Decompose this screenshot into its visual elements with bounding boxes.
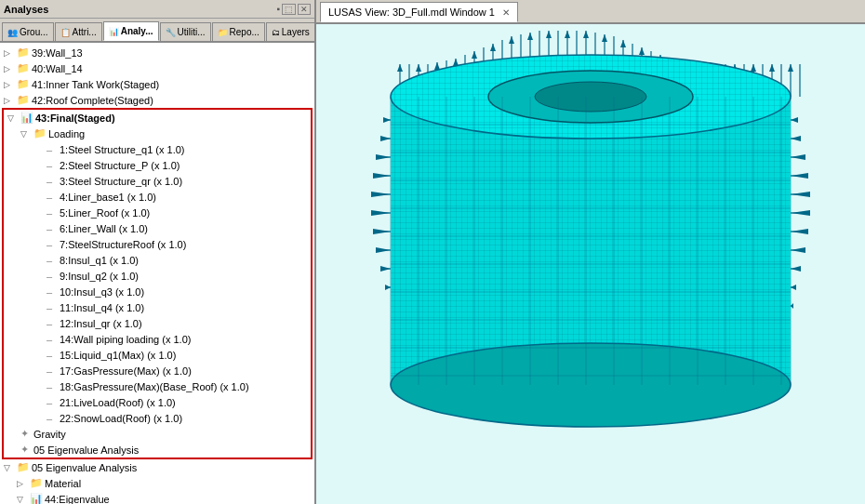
- tree-item-eigenvalue44[interactable]: ▽ 📊 44:Eigenvalue: [0, 491, 314, 504]
- tree-item[interactable]: ▷ 📁 39:Wall_13: [0, 45, 314, 60]
- tab-attri-label: Attri...: [73, 27, 97, 37]
- dash-icon: –: [47, 192, 60, 203]
- dash-icon: –: [47, 286, 60, 298]
- expand-icon: ▷: [4, 80, 17, 89]
- tab-utiliti[interactable]: 🔧 Utiliti...: [160, 22, 211, 41]
- panel-titlebar: Analyses ▪ ⬚ ✕: [0, 0, 314, 19]
- tree-item-final-staged[interactable]: ▽ 📊 43:Final(Staged): [4, 110, 311, 126]
- item-label: 42:Roof Complete(Staged): [32, 95, 153, 106]
- load-item-12[interactable]: – 12:Insul_qr (x 1.0): [4, 315, 311, 331]
- item-label: 7:SteelStructureRoof (x 1.0): [60, 239, 186, 250]
- tab-repo-label: Repo...: [230, 27, 260, 37]
- analyses-icon: 📊: [109, 27, 119, 36]
- panel-pin-icon[interactable]: ▪: [276, 4, 280, 14]
- load-item-5[interactable]: – 5:Liner_Roof (x 1.0): [4, 205, 311, 220]
- dash-icon: –: [47, 397, 60, 408]
- item-label: Loading: [48, 128, 85, 139]
- tree-item-loading[interactable]: ▽ 📁 Loading: [4, 126, 311, 141]
- dash-icon: –: [47, 413, 60, 424]
- tree-view[interactable]: ▷ 📁 39:Wall_13 ▷ 📁 40:Wall_14 ▷ 📁 41:Inn…: [0, 43, 314, 504]
- load-item-22[interactable]: – 22:SnowLoad(Roof) (x 1.0): [4, 410, 311, 426]
- item-label: 6:Liner_Wall (x 1.0): [60, 223, 148, 234]
- tree-item-gravity[interactable]: ✦ Gravity: [4, 426, 311, 442]
- expand-icon: ▽: [7, 113, 20, 123]
- load-item-7[interactable]: – 7:SteelStructureRoof (x 1.0): [4, 236, 311, 252]
- load-item-4[interactable]: – 4:Liner_base1 (x 1.0): [4, 189, 311, 205]
- item-label: 14:Wall piping loading (x 1.0): [60, 334, 191, 345]
- selected-analysis-section: ▽ 📊 43:Final(Staged) ▽ 📁 Loading – 1:Ste…: [2, 108, 313, 459]
- tree-item-material[interactable]: ▷ 📁 Material: [0, 475, 314, 491]
- dash-icon: –: [47, 334, 60, 345]
- item-label: 12:Insul_qr (x 1.0): [60, 318, 142, 329]
- tab-bar: 👥 Grou... 📋 Attri... 📊 Analy... 🔧 Utilit…: [0, 19, 314, 43]
- group-icon: 👥: [7, 28, 18, 37]
- load-item-21[interactable]: – 21:LiveLoad(Roof) (x 1.0): [4, 394, 311, 410]
- dash-icon: –: [47, 350, 60, 361]
- dash-icon: –: [47, 302, 60, 313]
- item-label: Gravity: [33, 429, 66, 440]
- tab-layers-label: Layers: [282, 27, 310, 37]
- eigenvalue-folder-icon: 📊: [30, 493, 43, 504]
- item-label: 9:Insul_q2 (x 1.0): [60, 271, 139, 282]
- dash-icon: –: [47, 255, 60, 266]
- dash-icon: –: [47, 207, 60, 219]
- tab-analyses[interactable]: 📊 Analy...: [103, 21, 159, 41]
- loading-folder-icon: 📁: [33, 127, 47, 139]
- tab-attri[interactable]: 📋 Attri...: [55, 22, 102, 41]
- view-tab-bar: LUSAS View: 3D_Full.mdl Window 1 ✕: [316, 0, 865, 24]
- item-label: 10:Insul_q3 (x 1.0): [60, 286, 144, 298]
- item-label: 44:Eigenvalue: [45, 494, 110, 505]
- dot-icon: ✦: [20, 444, 33, 456]
- item-label: 41:Inner Tank Work(Staged): [32, 79, 159, 90]
- load-item-17[interactable]: – 17:GasPressure(Max) (x 1.0): [4, 363, 311, 378]
- load-item-11[interactable]: – 11:Insul_q4 (x 1.0): [4, 299, 311, 315]
- item-label: 39:Wall_13: [32, 47, 83, 59]
- panel-float-icon[interactable]: ⬚: [282, 4, 296, 15]
- load-item-6[interactable]: – 6:Liner_Wall (x 1.0): [4, 220, 311, 236]
- panel-close-icon[interactable]: ✕: [298, 4, 311, 15]
- item-label: 4:Liner_base1 (x 1.0): [60, 192, 156, 203]
- tab-layers[interactable]: 🗂 Layers: [266, 22, 314, 41]
- load-item-8[interactable]: – 8:Insul_q1 (x 1.0): [4, 252, 311, 268]
- load-item-14[interactable]: – 14:Wall piping loading (x 1.0): [4, 331, 311, 347]
- svg-rect-10: [391, 97, 791, 385]
- item-label: 21:LiveLoad(Roof) (x 1.0): [60, 397, 176, 408]
- dash-icon: –: [47, 271, 60, 282]
- 3d-model-svg: [316, 24, 865, 504]
- item-label: 3:Steel Structure_qr (x 1.0): [60, 176, 182, 187]
- tab-group[interactable]: 👥 Grou...: [2, 22, 54, 41]
- tab-repo[interactable]: 📁 Repo...: [212, 22, 265, 41]
- folder-icon: 📁: [30, 477, 43, 489]
- view-tab-close-icon[interactable]: ✕: [502, 7, 510, 18]
- item-label: 18:GasPressure(Max)(Base_Roof) (x 1.0): [60, 381, 249, 392]
- dash-icon: –: [47, 239, 60, 250]
- svg-point-123: [391, 343, 791, 427]
- item-label: 1:Steel Structure_q1 (x 1.0): [60, 144, 185, 155]
- load-item-15[interactable]: – 15:Liquid_q1(Max) (x 1.0): [4, 347, 311, 363]
- load-item-3[interactable]: – 3:Steel Structure_qr (x 1.0): [4, 173, 311, 189]
- tree-item-eigenvalue-analysis[interactable]: ▽ 📁 05 Eigenvalue Analysis: [0, 459, 314, 475]
- utiliti-icon: 🔧: [166, 28, 176, 37]
- item-label: 5:Liner_Roof (x 1.0): [60, 207, 150, 219]
- load-item-2[interactable]: – 2:Steel Structure_P (x 1.0): [4, 157, 311, 173]
- tree-item[interactable]: ▷ 📁 40:Wall_14: [0, 60, 314, 76]
- load-item-18[interactable]: – 18:GasPressure(Max)(Base_Roof) (x 1.0): [4, 378, 311, 394]
- view-tab-3d[interactable]: LUSAS View: 3D_Full.mdl Window 1 ✕: [320, 2, 518, 22]
- item-label: 8:Insul_q1 (x 1.0): [60, 255, 139, 266]
- tree-item[interactable]: ▷ 📁 42:Roof Complete(Staged): [0, 92, 314, 108]
- 3d-canvas: -40.0 -20.0 0.0 20.0 40.0 60.0 40.0 20.0…: [316, 24, 865, 504]
- tree-item-nonlinear[interactable]: ✦ 05 Eigenvalue Analysis: [4, 442, 311, 458]
- view-tab-label: LUSAS View: 3D_Full.mdl Window 1: [328, 7, 495, 18]
- tree-item[interactable]: ▷ 📁 41:Inner Tank Work(Staged): [0, 76, 314, 92]
- item-label: 2:Steel Structure_P (x 1.0): [60, 160, 180, 171]
- expand-icon: ▽: [20, 129, 33, 139]
- dash-icon: –: [47, 365, 60, 377]
- item-label: 43:Final(Staged): [35, 113, 115, 124]
- load-item-10[interactable]: – 10:Insul_q3 (x 1.0): [4, 284, 311, 299]
- repo-icon: 📁: [218, 28, 228, 37]
- dash-icon: –: [47, 223, 60, 234]
- folder-icon: 📁: [17, 46, 30, 59]
- item-label: Material: [45, 478, 81, 489]
- load-item-1[interactable]: – 1:Steel Structure_q1 (x 1.0): [4, 141, 311, 157]
- load-item-9[interactable]: – 9:Insul_q2 (x 1.0): [4, 268, 311, 284]
